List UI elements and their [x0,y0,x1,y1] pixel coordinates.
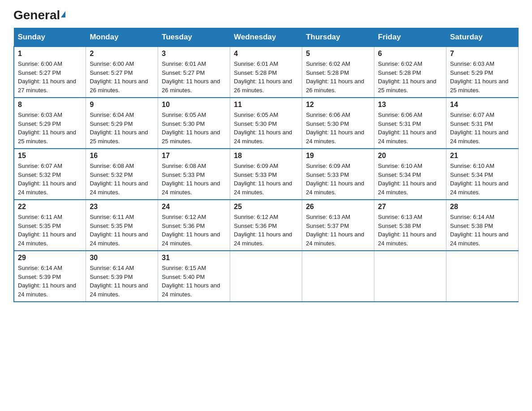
calendar-day-1: 1 Sunrise: 6:00 AMSunset: 5:27 PMDayligh… [14,47,86,98]
calendar-day-17: 17 Sunrise: 6:08 AMSunset: 5:33 PMDaylig… [158,149,230,200]
day-number: 4 [234,50,298,58]
calendar-header-wednesday: Wednesday [230,28,302,47]
calendar-day-9: 9 Sunrise: 6:04 AMSunset: 5:29 PMDayligh… [86,98,158,149]
calendar-day-28: 28 Sunrise: 6:14 AMSunset: 5:38 PMDaylig… [446,200,519,251]
calendar-day-16: 16 Sunrise: 6:08 AMSunset: 5:32 PMDaylig… [86,149,158,200]
calendar-day-22: 22 Sunrise: 6:11 AMSunset: 5:35 PMDaylig… [14,200,86,251]
calendar-week-3: 15 Sunrise: 6:07 AMSunset: 5:32 PMDaylig… [14,149,519,200]
calendar-table: SundayMondayTuesdayWednesdayThursdayFrid… [13,28,519,302]
day-info: Sunrise: 6:05 AMSunset: 5:30 PMDaylight:… [234,111,298,146]
day-info: Sunrise: 6:01 AMSunset: 5:28 PMDaylight:… [234,60,298,94]
calendar-day-31: 31 Sunrise: 6:15 AMSunset: 5:40 PMDaylig… [158,251,230,302]
day-info: Sunrise: 6:11 AMSunset: 5:35 PMDaylight:… [18,213,82,248]
day-info: Sunrise: 6:06 AMSunset: 5:30 PMDaylight:… [306,111,370,146]
day-info: Sunrise: 6:13 AMSunset: 5:37 PMDaylight:… [306,213,370,248]
day-number: 8 [18,101,82,109]
calendar-header-thursday: Thursday [302,28,374,47]
calendar-day-29: 29 Sunrise: 6:14 AMSunset: 5:39 PMDaylig… [14,251,86,302]
day-number: 23 [90,203,154,211]
day-info: Sunrise: 6:06 AMSunset: 5:31 PMDaylight:… [378,111,442,146]
calendar-day-4: 4 Sunrise: 6:01 AMSunset: 5:28 PMDayligh… [230,47,302,98]
day-number: 29 [18,254,82,262]
day-number: 20 [378,152,442,160]
calendar-day-7: 7 Sunrise: 6:03 AMSunset: 5:29 PMDayligh… [446,47,519,98]
calendar-day-23: 23 Sunrise: 6:11 AMSunset: 5:35 PMDaylig… [86,200,158,251]
day-number: 30 [90,254,154,262]
calendar-day-empty [446,251,519,302]
calendar-day-11: 11 Sunrise: 6:05 AMSunset: 5:30 PMDaylig… [230,98,302,149]
day-info: Sunrise: 6:10 AMSunset: 5:34 PMDaylight:… [450,162,515,197]
day-info: Sunrise: 6:07 AMSunset: 5:32 PMDaylight:… [18,162,82,197]
day-number: 6 [378,50,442,58]
day-info: Sunrise: 6:12 AMSunset: 5:36 PMDaylight:… [234,213,298,248]
day-info: Sunrise: 6:01 AMSunset: 5:27 PMDaylight:… [162,60,226,94]
day-info: Sunrise: 6:02 AMSunset: 5:28 PMDaylight:… [306,60,370,94]
day-number: 27 [378,203,442,211]
day-info: Sunrise: 6:03 AMSunset: 5:29 PMDaylight:… [18,111,82,146]
day-info: Sunrise: 6:09 AMSunset: 5:33 PMDaylight:… [306,162,370,197]
calendar-header-row: SundayMondayTuesdayWednesdayThursdayFrid… [14,28,519,47]
calendar-day-2: 2 Sunrise: 6:00 AMSunset: 5:27 PMDayligh… [86,47,158,98]
calendar-header-monday: Monday [86,28,158,47]
day-number: 15 [18,152,82,160]
day-info: Sunrise: 6:13 AMSunset: 5:38 PMDaylight:… [378,213,442,248]
day-info: Sunrise: 6:02 AMSunset: 5:28 PMDaylight:… [378,60,442,94]
calendar-day-10: 10 Sunrise: 6:05 AMSunset: 5:30 PMDaylig… [158,98,230,149]
calendar-day-27: 27 Sunrise: 6:13 AMSunset: 5:38 PMDaylig… [374,200,446,251]
calendar-day-24: 24 Sunrise: 6:12 AMSunset: 5:36 PMDaylig… [158,200,230,251]
day-number: 5 [306,50,370,58]
day-info: Sunrise: 6:08 AMSunset: 5:33 PMDaylight:… [162,162,226,197]
calendar-week-2: 8 Sunrise: 6:03 AMSunset: 5:29 PMDayligh… [14,98,519,149]
calendar-day-13: 13 Sunrise: 6:06 AMSunset: 5:31 PMDaylig… [374,98,446,149]
day-info: Sunrise: 6:05 AMSunset: 5:30 PMDaylight:… [162,111,226,146]
day-info: Sunrise: 6:10 AMSunset: 5:34 PMDaylight:… [378,162,442,197]
day-info: Sunrise: 6:04 AMSunset: 5:29 PMDaylight:… [90,111,154,146]
day-number: 28 [450,203,515,211]
day-number: 11 [234,101,298,109]
day-number: 12 [306,101,370,109]
day-number: 13 [378,101,442,109]
day-info: Sunrise: 6:00 AMSunset: 5:27 PMDaylight:… [90,60,154,94]
day-info: Sunrise: 6:03 AMSunset: 5:29 PMDaylight:… [450,60,515,94]
calendar-header-friday: Friday [374,28,446,47]
calendar-day-20: 20 Sunrise: 6:10 AMSunset: 5:34 PMDaylig… [374,149,446,200]
calendar-day-19: 19 Sunrise: 6:09 AMSunset: 5:33 PMDaylig… [302,149,374,200]
day-number: 31 [162,254,226,262]
calendar-day-3: 3 Sunrise: 6:01 AMSunset: 5:27 PMDayligh… [158,47,230,98]
calendar-week-4: 22 Sunrise: 6:11 AMSunset: 5:35 PMDaylig… [14,200,519,251]
calendar-day-6: 6 Sunrise: 6:02 AMSunset: 5:28 PMDayligh… [374,47,446,98]
day-number: 19 [306,152,370,160]
calendar-day-5: 5 Sunrise: 6:02 AMSunset: 5:28 PMDayligh… [302,47,374,98]
day-number: 9 [90,101,154,109]
day-number: 3 [162,50,226,58]
calendar-day-empty [230,251,302,302]
calendar-header-sunday: Sunday [14,28,86,47]
calendar-day-21: 21 Sunrise: 6:10 AMSunset: 5:34 PMDaylig… [446,149,519,200]
day-info: Sunrise: 6:15 AMSunset: 5:40 PMDaylight:… [162,264,226,299]
calendar-day-14: 14 Sunrise: 6:07 AMSunset: 5:31 PMDaylig… [446,98,519,149]
calendar-day-30: 30 Sunrise: 6:14 AMSunset: 5:39 PMDaylig… [86,251,158,302]
day-number: 25 [234,203,298,211]
calendar-day-8: 8 Sunrise: 6:03 AMSunset: 5:29 PMDayligh… [14,98,86,149]
day-number: 24 [162,203,226,211]
logo-line1: General [13,9,65,21]
calendar-header-tuesday: Tuesday [158,28,230,47]
day-number: 17 [162,152,226,160]
calendar-day-18: 18 Sunrise: 6:09 AMSunset: 5:33 PMDaylig… [230,149,302,200]
page-header: General [13,9,519,20]
day-info: Sunrise: 6:07 AMSunset: 5:31 PMDaylight:… [450,111,515,146]
logo: General [13,9,65,20]
calendar-day-15: 15 Sunrise: 6:07 AMSunset: 5:32 PMDaylig… [14,149,86,200]
day-info: Sunrise: 6:14 AMSunset: 5:38 PMDaylight:… [450,213,515,248]
day-number: 18 [234,152,298,160]
calendar-day-empty [302,251,374,302]
day-number: 1 [18,50,82,58]
calendar-day-empty [374,251,446,302]
logo-triangle-icon [61,11,65,17]
day-number: 22 [18,203,82,211]
calendar-day-12: 12 Sunrise: 6:06 AMSunset: 5:30 PMDaylig… [302,98,374,149]
day-number: 2 [90,50,154,58]
day-number: 16 [90,152,154,160]
day-number: 26 [306,203,370,211]
calendar-header-saturday: Saturday [446,28,519,47]
